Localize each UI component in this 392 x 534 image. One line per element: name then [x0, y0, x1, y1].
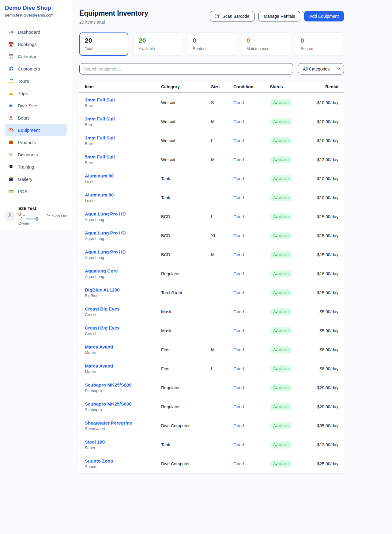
- item-name-link[interactable]: Aqua Lung Pro HD: [85, 211, 161, 216]
- item-name-link[interactable]: Cressi Big Eyes: [85, 325, 161, 330]
- status-cell: Available: [270, 441, 317, 448]
- rental-price: $20.00/day: [317, 385, 338, 390]
- condition-link[interactable]: Good: [233, 461, 270, 466]
- sidebar-item-equipment[interactable]: Equipment: [5, 124, 67, 136]
- condition-link[interactable]: Good: [233, 404, 270, 409]
- item-name-link[interactable]: BigBlue AL1200: [85, 287, 161, 292]
- sidebar-item-discounts[interactable]: Discounts: [5, 148, 67, 161]
- sidebar-item-customers[interactable]: Customers: [5, 63, 67, 75]
- sidebar-item-dive-sites[interactable]: Dive Sites: [5, 99, 67, 112]
- stat-card-rented[interactable]: 0Rented: [187, 32, 236, 56]
- add-equipment-button[interactable]: Add Equipment: [304, 11, 344, 21]
- sidebar-item-tours[interactable]: Tours: [5, 75, 67, 87]
- sidebar-item-pos[interactable]: POS: [5, 185, 67, 197]
- column-header-size: Size: [211, 84, 233, 89]
- condition-link[interactable]: Good: [233, 100, 270, 105]
- item-name-link[interactable]: Aluminum 80: [85, 173, 161, 178]
- condition-link[interactable]: Good: [233, 195, 270, 200]
- manage-rentals-button[interactable]: Manage Rentals: [258, 11, 300, 21]
- item-brand: Bare: [85, 160, 161, 165]
- condition-link[interactable]: Good: [233, 176, 270, 181]
- condition-link[interactable]: Good: [233, 366, 270, 371]
- condition-link[interactable]: Good: [233, 214, 270, 219]
- status-cell: Available: [270, 403, 317, 410]
- item-cell: Suunto ZoopSuunto: [85, 458, 161, 469]
- category-cell: Mask: [161, 309, 211, 314]
- item-name-link[interactable]: Cressi Big Eyes: [85, 306, 161, 311]
- table-row: 3mm Full SuitBareWetsuitSGoodAvailable$1…: [79, 93, 344, 112]
- condition-link[interactable]: Good: [233, 328, 270, 333]
- sidebar-item-training[interactable]: Training: [5, 161, 67, 173]
- stat-label: Total: [85, 46, 123, 51]
- category-cell: Tank: [161, 195, 211, 200]
- status-badge: Available: [270, 460, 292, 467]
- stat-card-maintenance[interactable]: 0Maintenance: [241, 32, 290, 56]
- size-cell: -: [211, 195, 233, 200]
- item-name-link[interactable]: Mares Avanti: [85, 363, 161, 368]
- sidebar-item-label: Dashboard: [18, 29, 40, 35]
- scan-barcode-button[interactable]: Scan Barcode: [210, 11, 254, 21]
- sidebar-item-gallery[interactable]: Gallery: [5, 173, 67, 185]
- item-name-link[interactable]: Aqualung Core: [85, 268, 161, 273]
- category-cell: Dive Computer: [161, 461, 211, 466]
- stat-card-retired[interactable]: 0Retired: [295, 32, 344, 56]
- item-name-link[interactable]: Steel 100: [85, 439, 161, 444]
- table-row: 3mm Full SuitBareWetsuitLGoodAvailable$1…: [79, 131, 344, 150]
- status-badge: Available: [270, 251, 292, 258]
- item-name-link[interactable]: Shearwater Peregrine: [85, 420, 161, 425]
- condition-link[interactable]: Good: [233, 252, 270, 257]
- condition-link[interactable]: Good: [233, 290, 270, 295]
- condition-link[interactable]: Good: [233, 347, 270, 352]
- sidebar-item-bookings[interactable]: 17Bookings: [5, 38, 67, 50]
- sidebar-item-label: Bookings: [18, 42, 37, 47]
- sidebar-item-calendar[interactable]: Calendar: [5, 50, 67, 63]
- item-name-link[interactable]: Aluminum 80: [85, 192, 161, 197]
- item-name-link[interactable]: 3mm Full Suit: [85, 116, 161, 121]
- status-cell: Available: [270, 213, 317, 220]
- sidebar-item-boats[interactable]: Boats: [5, 112, 67, 124]
- item-name-link[interactable]: Scubapro MK25/S600: [85, 382, 161, 387]
- status-cell: Available: [270, 308, 320, 315]
- condition-link[interactable]: Good: [233, 157, 270, 162]
- item-name-link[interactable]: Aqua Lung Pro HD: [85, 230, 161, 235]
- sign-out-button[interactable]: Sign Out: [46, 213, 67, 219]
- condition-link[interactable]: Good: [233, 119, 270, 124]
- item-name-link[interactable]: Suunto Zoop: [85, 458, 161, 463]
- category-cell: Dive Computer: [161, 423, 211, 428]
- users-icon: [8, 66, 14, 71]
- item-name-link[interactable]: Aqua Lung Pro HD: [85, 249, 161, 254]
- size-cell: M: [211, 347, 233, 352]
- category-cell: Regulator: [161, 385, 211, 390]
- status-cell: Available: [270, 156, 317, 163]
- sidebar-item-trips[interactable]: Trips: [5, 87, 67, 99]
- rental-price: $12.00/day: [317, 157, 338, 162]
- calendar-pad-icon: [8, 54, 14, 59]
- condition-link[interactable]: Good: [233, 385, 270, 390]
- condition-link[interactable]: Good: [233, 271, 270, 276]
- wave-icon: [8, 103, 14, 108]
- rental-price: $15.00/day: [317, 290, 338, 295]
- search-input[interactable]: [79, 63, 293, 74]
- item-name-link[interactable]: Scubapro MK25/S600: [85, 401, 161, 406]
- table-row: Aluminum 80LuxferTank-GoodAvailable$10.0…: [79, 188, 344, 207]
- item-cell: Cressi Big EyesCressi: [85, 325, 161, 336]
- stat-card-total[interactable]: 20Total: [79, 32, 128, 56]
- sidebar-item-label: Trips: [18, 91, 28, 96]
- sidebar-item-dashboard[interactable]: Dashboard: [5, 26, 67, 38]
- sidebar-item-products[interactable]: Products: [5, 136, 67, 148]
- item-name-link[interactable]: 3mm Full Suit: [85, 97, 161, 102]
- stat-card-available[interactable]: 20Available: [133, 32, 182, 56]
- condition-link[interactable]: Good: [233, 423, 270, 428]
- manage-rentals-label: Manage Rentals: [264, 14, 295, 19]
- condition-link[interactable]: Good: [233, 442, 270, 447]
- item-name-link[interactable]: 3mm Full Suit: [85, 135, 161, 140]
- condition-link[interactable]: Good: [233, 309, 270, 314]
- category-select[interactable]: All Categories: [298, 63, 344, 74]
- condition-link[interactable]: Good: [233, 233, 270, 238]
- stat-label: Retired: [300, 46, 338, 51]
- status-badge: Available: [270, 289, 292, 296]
- item-name-link[interactable]: Mares Avanti: [85, 344, 161, 349]
- category-cell: BCD: [161, 214, 211, 219]
- condition-link[interactable]: Good: [233, 138, 270, 143]
- item-name-link[interactable]: 5mm Full Suit: [85, 154, 161, 159]
